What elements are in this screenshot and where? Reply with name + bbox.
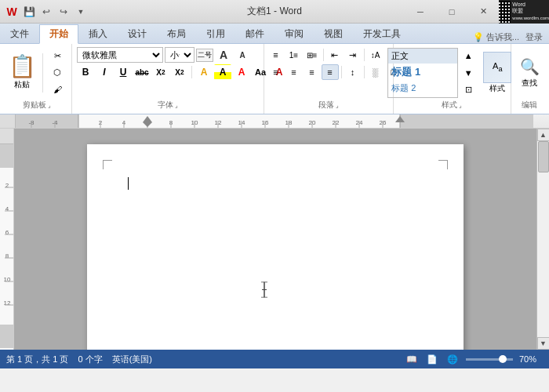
styles-expand-icon[interactable]: ⌟ <box>459 102 462 109</box>
tab-review[interactable]: 审阅 <box>274 24 314 43</box>
web-view-button[interactable]: 🌐 <box>445 352 460 366</box>
copy-button[interactable]: ⬡ <box>46 65 68 81</box>
ribbon-right-area: 💡 告诉我... 登录 <box>473 31 549 43</box>
style-normal[interactable]: 正文 <box>388 49 457 64</box>
paragraph-content: ≡ 1≡ ⊞≡ ⇤ ⇥ ↕A ¶ ≡ ≡ ≡ ≡ ↕ ░ □ <box>267 45 390 100</box>
bullets-button[interactable]: ≡ <box>267 47 285 63</box>
language-text: 英语(美国) <box>112 354 152 365</box>
customize-icon[interactable]: ▼ <box>74 5 88 19</box>
login-button[interactable]: 登录 <box>525 31 543 43</box>
styles-group-label: 样式 ⌟ <box>442 100 462 112</box>
svg-rect-0 <box>16 114 78 129</box>
increase-indent-button[interactable]: ⇥ <box>344 47 362 63</box>
scroll-up-button[interactable]: ▲ <box>537 129 550 141</box>
align-right-button[interactable]: ≡ <box>304 64 321 80</box>
document-area[interactable] <box>14 129 536 350</box>
i-beam-cursor[interactable] <box>260 282 269 300</box>
paragraph-expand-icon[interactable]: ⌟ <box>336 102 339 109</box>
styles-big-button[interactable]: Aa <box>483 52 511 83</box>
underline-button[interactable]: U <box>115 64 132 80</box>
svg-text:6: 6 <box>5 229 9 236</box>
text-effect-button[interactable]: A <box>195 64 213 80</box>
vert-ruler-svg: 2 4 6 8 10 12 <box>0 144 14 348</box>
multilevel-button[interactable]: ⊞≡ <box>304 47 321 63</box>
minimize-button[interactable]: ─ <box>405 0 436 24</box>
maximize-button[interactable]: □ <box>436 0 467 24</box>
grow-font-button[interactable]: A <box>215 47 232 63</box>
highlight-button[interactable]: A <box>214 64 231 80</box>
align-left-button[interactable]: ≡ <box>267 64 285 80</box>
subscript-button[interactable]: X2 <box>152 64 169 80</box>
document-page[interactable] <box>87 144 464 350</box>
tab-mailings[interactable]: 邮件 <box>235 24 274 43</box>
separator-para <box>323 49 324 61</box>
sort-button[interactable]: ↕A <box>367 47 384 63</box>
find-button[interactable]: 🔍 查找 <box>514 51 544 95</box>
styles-more-button[interactable]: ⊡ <box>460 82 477 98</box>
tab-layout[interactable]: 布局 <box>157 24 196 43</box>
styles-label: 样式 <box>489 83 505 94</box>
cut-button[interactable]: ✂ <box>46 49 68 64</box>
editing-content: 🔍 查找 <box>514 45 544 100</box>
font-color-button[interactable]: A <box>233 64 250 80</box>
decrease-indent-button[interactable]: ⇤ <box>326 47 344 63</box>
close-button[interactable]: ✕ <box>467 0 499 24</box>
superscript-button[interactable]: X2 <box>171 64 188 80</box>
style-heading2[interactable]: 标题 2 <box>388 81 457 96</box>
line-spacing-button[interactable]: ↕ <box>344 64 362 80</box>
styles-up-button[interactable]: ▲ <box>460 48 477 64</box>
tab-references[interactable]: 引用 <box>196 24 235 43</box>
scroll-thumb[interactable] <box>538 141 549 172</box>
corner-mark-tl <box>103 160 112 169</box>
zoom-thumb[interactable] <box>499 355 507 363</box>
paste-button[interactable]: 📋 粘贴 <box>5 49 39 96</box>
font-size-select[interactable]: 小一 <box>165 47 195 63</box>
justify-button[interactable]: ≡ <box>322 64 339 80</box>
paragraph-group: ≡ 1≡ ⊞≡ ⇤ ⇥ ↕A ¶ ≡ ≡ ≡ ≡ ↕ ░ □ <box>264 44 394 114</box>
style-heading1[interactable]: 标题 1 <box>388 64 457 81</box>
font-name-select[interactable]: 微软雅黑 <box>77 47 163 63</box>
tab-developer[interactable]: 开发工具 <box>353 24 411 43</box>
styles-down-button[interactable]: ▼ <box>460 65 477 81</box>
italic-button[interactable]: I <box>96 64 113 80</box>
scroll-track[interactable] <box>537 141 550 337</box>
scroll-down-button[interactable]: ▼ <box>537 337 550 350</box>
read-view-button[interactable]: 📖 <box>405 352 419 366</box>
zoom-slider[interactable] <box>466 358 513 361</box>
window-controls: ─ □ ✕ Word联盟www.wordlm.com <box>405 0 549 24</box>
svg-text:2: 2 <box>5 182 9 189</box>
clipboard-expand-icon[interactable]: ⌟ <box>48 102 51 109</box>
svg-text:4: 4 <box>5 205 9 212</box>
styles-group: 正文 标题 1 标题 2 ▲ ▼ ⊡ Aa 样式 样式 ⌟ <box>394 44 511 114</box>
bold-button[interactable]: B <box>77 64 94 80</box>
font-size-label[interactable]: 二号 <box>196 49 213 62</box>
vertical-ruler: 2 4 6 8 10 12 <box>0 129 14 350</box>
tab-file[interactable]: 文件 <box>0 24 39 43</box>
paragraph-label-text: 段落 <box>318 100 334 111</box>
svg-rect-38 <box>0 144 14 168</box>
qr-code-area: Word联盟www.wordlm.com <box>499 0 549 24</box>
numbering-button[interactable]: 1≡ <box>285 47 303 63</box>
tab-view[interactable]: 视图 <box>314 24 353 43</box>
print-view-button[interactable]: 📄 <box>425 352 439 366</box>
undo-icon[interactable]: ↩ <box>39 5 53 19</box>
center-button[interactable]: ≡ <box>285 64 303 80</box>
tab-insert[interactable]: 插入 <box>78 24 118 43</box>
tab-home[interactable]: 开始 <box>39 24 78 44</box>
shading-button[interactable]: ░ <box>367 64 384 80</box>
save-icon[interactable]: 💾 <box>22 5 36 19</box>
format-painter-button[interactable]: 🖌 <box>46 82 68 97</box>
shrink-font-button[interactable]: A <box>234 47 251 63</box>
tell-me-area[interactable]: 💡 告诉我... <box>473 31 519 43</box>
redo-icon[interactable]: ↪ <box>56 5 71 19</box>
title-bar: W 💾 ↩ ↪ ▼ 文档1 - Word ─ □ ✕ Word联盟www.wor… <box>0 0 549 24</box>
tab-design[interactable]: 设计 <box>118 24 157 43</box>
editing-label: 编辑 <box>522 100 537 112</box>
strikethrough-button[interactable]: abc <box>133 64 151 80</box>
paste-label: 粘贴 <box>14 79 30 90</box>
svg-rect-1 <box>400 114 533 129</box>
svg-text:8: 8 <box>5 252 9 260</box>
word-count-text: 0 个字 <box>78 354 102 365</box>
tell-me-text: 告诉我... <box>486 31 519 43</box>
font-expand-icon[interactable]: ⌟ <box>175 102 178 109</box>
